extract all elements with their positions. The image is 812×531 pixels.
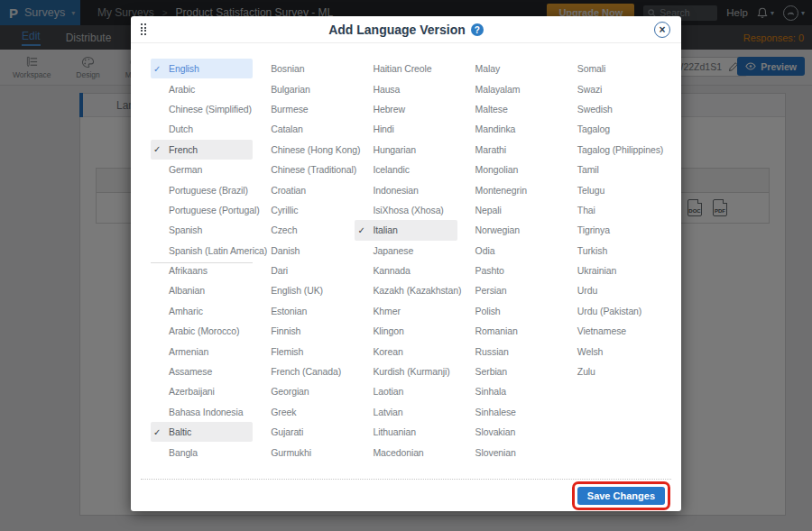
language-option-urdu-pakistan[interactable]: Urdu (Pakistan) — [559, 301, 661, 321]
language-option-malayalam[interactable]: Malayalam — [457, 78, 559, 98]
language-option-marathi[interactable]: Marathi — [457, 140, 559, 160]
language-option-spanish[interactable]: Spanish — [151, 220, 253, 240]
language-option-serbian[interactable]: Serbian — [457, 362, 559, 381]
language-option-indonesian[interactable]: Indonesian — [355, 179, 457, 199]
language-option-gurmukhi[interactable]: Gurmukhi — [253, 442, 355, 462]
language-option-kannada[interactable]: Kannada — [355, 261, 457, 280]
language-option-bulgarian[interactable]: Bulgarian — [253, 78, 355, 98]
language-option-montenegrin[interactable]: Montenegrin — [457, 179, 559, 199]
language-option-turkish[interactable]: Turkish — [559, 241, 661, 261]
language-option-sinhala[interactable]: Sinhala — [457, 381, 559, 401]
language-option-vietnamese[interactable]: Vietnamese — [559, 321, 661, 341]
language-option-tagalog[interactable]: Tagalog — [559, 119, 661, 139]
language-option-zulu[interactable]: Zulu — [559, 362, 661, 381]
language-option-arabic-morocco[interactable]: Arabic (Morocco) — [151, 321, 253, 341]
language-option-hungarian[interactable]: Hungarian — [355, 140, 457, 160]
close-icon[interactable]: × — [654, 22, 670, 38]
language-option-isixhosa-xhosa[interactable]: IsiXhosa (Xhosa) — [355, 200, 457, 220]
language-option-bahasa-indonesia[interactable]: Bahasa Indonesia — [151, 402, 253, 422]
language-option-czech[interactable]: Czech — [253, 220, 355, 240]
language-option-persian[interactable]: Persian — [457, 280, 559, 300]
language-option-khmer[interactable]: Khmer — [355, 301, 457, 321]
language-option-telugu[interactable]: Telugu — [559, 179, 661, 199]
language-option-cyrillic[interactable]: Cyrillic — [253, 200, 355, 220]
language-option-kazakh-kazakhstan[interactable]: Kazakh (Kazakhstan) — [355, 280, 457, 300]
language-option-polish[interactable]: Polish — [457, 301, 559, 321]
language-option-flemish[interactable]: Flemish — [253, 341, 355, 361]
language-option-hausa[interactable]: Hausa — [355, 78, 457, 98]
language-option-greek[interactable]: Greek — [253, 402, 355, 422]
language-option-dutch[interactable]: Dutch — [151, 119, 253, 139]
language-option-malay[interactable]: Malay — [457, 59, 559, 78]
language-option-norwegian[interactable]: Norwegian — [457, 220, 559, 240]
language-option-nepali[interactable]: Nepali — [457, 200, 559, 220]
language-option-ukrainian[interactable]: Ukrainian — [559, 261, 661, 280]
language-option-romanian[interactable]: Romanian — [457, 321, 559, 341]
language-option-icelandic[interactable]: Icelandic — [355, 160, 457, 179]
language-option-pashto[interactable]: Pashto — [457, 261, 559, 280]
language-option-slovakian[interactable]: Slovakian — [457, 422, 559, 442]
language-option-klingon[interactable]: Klingon — [355, 321, 457, 341]
language-option-albanian[interactable]: Albanian — [151, 280, 253, 300]
language-option-finnish[interactable]: Finnish — [253, 321, 355, 341]
language-option-urdu[interactable]: Urdu — [559, 280, 661, 300]
language-option-english-uk[interactable]: English (UK) — [253, 280, 355, 300]
language-option-maltese[interactable]: Maltese — [457, 99, 559, 119]
language-option-croatian[interactable]: Croatian — [253, 179, 355, 199]
language-option-thai[interactable]: Thai — [559, 200, 661, 220]
language-option-danish[interactable]: Danish — [253, 241, 355, 261]
language-option-french-canada[interactable]: French (Canada) — [253, 362, 355, 381]
language-option-welsh[interactable]: Welsh — [559, 341, 661, 361]
language-option-hebrew[interactable]: Hebrew — [355, 99, 457, 119]
language-option-swazi[interactable]: Swazi — [559, 78, 661, 98]
language-option-chinese-simplified[interactable]: Chinese (Simplified) — [151, 99, 253, 119]
language-label: Georgian — [253, 386, 309, 397]
language-option-laotian[interactable]: Laotian — [355, 381, 457, 401]
language-option-german[interactable]: German — [151, 160, 253, 179]
language-option-korean[interactable]: Korean — [355, 341, 457, 361]
language-option-baltic[interactable]: ✓Baltic — [151, 422, 253, 442]
help-icon[interactable]: ? — [471, 23, 484, 36]
language-option-spanish-latin-america[interactable]: Spanish (Latin America) — [151, 241, 253, 261]
language-option-italian[interactable]: ✓Italian — [355, 220, 457, 240]
language-option-afrikaans[interactable]: Afrikaans — [151, 261, 253, 280]
language-option-chinese-traditional[interactable]: Chinese (Traditional) — [253, 160, 355, 179]
language-option-french[interactable]: ✓French — [151, 140, 253, 160]
language-option-tamil[interactable]: Tamil — [559, 160, 661, 179]
language-option-russian[interactable]: Russian — [457, 341, 559, 361]
language-option-slovenian[interactable]: Slovenian — [457, 442, 559, 462]
language-option-assamese[interactable]: Assamese — [151, 362, 253, 381]
language-option-odia[interactable]: Odia — [457, 241, 559, 261]
language-option-dari[interactable]: Dari — [253, 261, 355, 280]
save-changes-button[interactable]: Save Changes — [577, 487, 665, 505]
language-option-amharic[interactable]: Amharic — [151, 301, 253, 321]
language-option-tagalog-philippines[interactable]: Tagalog (Philippines) — [559, 140, 661, 160]
language-option-mongolian[interactable]: Mongolian — [457, 160, 559, 179]
language-option-lithuanian[interactable]: Lithuanian — [355, 422, 457, 442]
language-option-hindi[interactable]: Hindi — [355, 119, 457, 139]
language-option-macedonian[interactable]: Macedonian — [355, 442, 457, 462]
language-option-kurdish-kurmanji[interactable]: Kurdish (Kurmanji) — [355, 362, 457, 381]
language-option-azerbaijani[interactable]: Azerbaijani — [151, 381, 253, 401]
language-option-sinhalese[interactable]: Sinhalese — [457, 402, 559, 422]
language-option-japanese[interactable]: Japanese — [355, 241, 457, 261]
language-option-arabic[interactable]: Arabic — [151, 78, 253, 98]
language-option-latvian[interactable]: Latvian — [355, 402, 457, 422]
language-option-armenian[interactable]: Armenian — [151, 341, 253, 361]
language-option-haitian-creole[interactable]: Haitian Creole — [355, 59, 457, 78]
language-option-estonian[interactable]: Estonian — [253, 301, 355, 321]
language-option-swedish[interactable]: Swedish — [559, 99, 661, 119]
language-option-chinese-hong-kong[interactable]: Chinese (Hong Kong) — [253, 140, 355, 160]
language-option-bangla[interactable]: Bangla — [151, 442, 253, 462]
language-option-mandinka[interactable]: Mandinka — [457, 119, 559, 139]
language-option-bosnian[interactable]: Bosnian — [253, 59, 355, 78]
language-option-catalan[interactable]: Catalan — [253, 119, 355, 139]
language-option-gujarati[interactable]: Gujarati — [253, 422, 355, 442]
language-option-somali[interactable]: Somali — [559, 59, 661, 78]
language-option-portuguese-brazil[interactable]: Portuguese (Brazil) — [151, 179, 253, 199]
language-option-english[interactable]: ✓English — [151, 59, 253, 78]
language-option-tigrinya[interactable]: Tigrinya — [559, 220, 661, 240]
language-option-portuguese-portugal[interactable]: Portuguese (Portugal) — [151, 200, 253, 220]
language-option-georgian[interactable]: Georgian — [253, 381, 355, 401]
language-option-burmese[interactable]: Burmese — [253, 99, 355, 119]
